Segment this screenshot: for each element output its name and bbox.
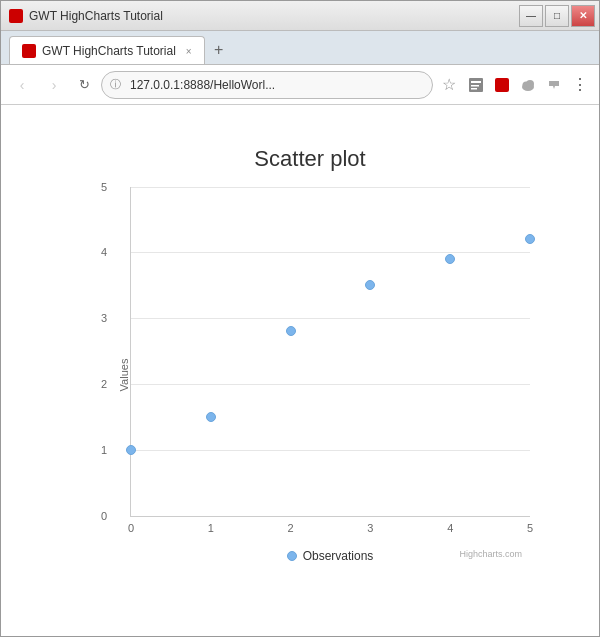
addressbar: ‹ › ↻ ⓘ 127.0.0.1:8888/HelloWorl... ☆ [1,65,599,105]
chart-plot-area: 5 4 3 2 1 0 0 1 2 3 4 5 [130,187,530,517]
chart-title: Scatter plot [90,146,530,172]
x-label-2: 2 [288,522,294,534]
page-icon [467,76,485,94]
x-label-1: 1 [208,522,214,534]
chart-wrapper: Values 5 4 [130,187,530,563]
new-tab-button[interactable]: + [205,36,233,64]
close-button[interactable]: ✕ [571,5,595,27]
page-content: Scatter plot Values [1,105,599,636]
legend-dot [287,551,297,561]
svg-rect-2 [471,85,479,87]
gridline-3 [131,318,530,319]
forward-button[interactable]: › [41,72,67,98]
tab-favicon [22,44,36,58]
x-label-5: 5 [527,522,533,534]
highcharts-credit: Highcharts.com [459,549,522,559]
extension-icon-4[interactable] [543,74,565,96]
tab-close-button[interactable]: × [186,46,192,57]
x-label-4: 4 [447,522,453,534]
bookmark-button[interactable]: ☆ [439,75,459,94]
datapoint-5 [525,234,535,244]
datapoint-0 [126,445,136,455]
extension-icon-2[interactable] [491,74,513,96]
extension-icon-1[interactable] [465,74,487,96]
browser-window: Mahesh GWT HighCharts Tutorial — □ ✕ GWT… [0,0,600,637]
x-label-3: 3 [367,522,373,534]
y-label-3: 3 [101,312,107,324]
maximize-button[interactable]: □ [545,5,569,27]
y-label-1: 1 [101,444,107,456]
svg-rect-1 [471,81,481,83]
y-label-0: 0 [101,510,107,522]
datapoint-4 [445,254,455,264]
legend-label: Observations [303,549,374,563]
y-label-4: 4 [101,246,107,258]
gridline-4 [131,252,530,253]
back-button[interactable]: ‹ [9,72,35,98]
titlebar: Mahesh GWT HighCharts Tutorial — □ ✕ [1,1,599,31]
info-icon: ⓘ [110,77,121,92]
url-text: 127.0.0.1:8888/HelloWorl... [130,78,275,92]
tabbar: GWT HighCharts Tutorial × + [1,31,599,65]
gridline-5 [131,187,530,188]
menu-dots: ⋮ [572,75,588,94]
y-label-2: 2 [101,378,107,390]
cloud-icon [519,76,537,94]
gridline-1 [131,450,530,451]
gridline-2 [131,384,530,385]
datapoint-2 [286,326,296,336]
chart-container: Scatter plot Values [40,136,560,606]
datapoint-3 [365,280,375,290]
minimize-button[interactable]: — [519,5,543,27]
window-favicon [9,9,23,23]
url-bar[interactable]: ⓘ 127.0.0.1:8888/HelloWorl... [101,71,433,99]
extension-icon-3[interactable] [517,74,539,96]
y-axis-title: Values [118,358,130,391]
toolbar-icons: ⋮ [465,74,591,96]
refresh-button[interactable]: ↻ [73,74,95,96]
window-title: GWT HighCharts Tutorial [29,9,163,23]
browser-tab[interactable]: GWT HighCharts Tutorial × [9,36,205,64]
svg-rect-3 [471,88,477,90]
svg-marker-8 [549,81,559,89]
svg-point-7 [526,80,534,88]
window-title-area: GWT HighCharts Tutorial [9,9,163,23]
x-label-0: 0 [128,522,134,534]
svg-rect-4 [495,78,509,92]
red-icon [493,76,511,94]
y-label-5: 5 [101,181,107,193]
arrow-icon [545,76,563,94]
menu-button[interactable]: ⋮ [569,74,591,96]
window-controls[interactable]: — □ ✕ [519,5,595,27]
tab-label: GWT HighCharts Tutorial [42,44,176,58]
datapoint-1 [206,412,216,422]
